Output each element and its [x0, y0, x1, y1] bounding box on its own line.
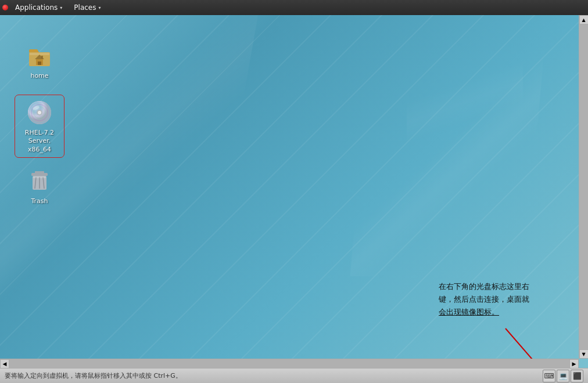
svg-rect-5 — [30, 53, 49, 55]
applications-menu[interactable]: Applications ▾ — [10, 2, 67, 13]
taskbar-icon-3[interactable]: ⬛ — [571, 370, 583, 382]
rhel-icon-img — [26, 99, 53, 127]
app-logo — [2, 5, 8, 10]
home-icon-label: home — [30, 72, 48, 80]
applications-label: Applications — [15, 3, 58, 12]
svg-rect-4 — [41, 56, 43, 59]
svg-rect-15 — [35, 171, 44, 174]
taskbar-icon-1[interactable]: ⌨ — [543, 370, 555, 382]
bottom-scrollbar: ◀ ▶ — [0, 359, 579, 368]
home-icon[interactable]: home — [16, 39, 63, 82]
menubar: Applications ▾ Places ▾ — [0, 0, 588, 15]
places-menu[interactable]: Places ▾ — [69, 2, 105, 13]
statusbar: 要将输入定向到虚拟机，请将鼠标指针移入其中或按 Ctrl+G。 ⌨ 💻 ⬛ — [0, 368, 588, 383]
statusbar-icons: ⌨ 💻 ⬛ — [543, 370, 583, 382]
streak-2 — [350, 44, 545, 276]
annotation-line-2: 键，然后点击连接，桌面就 — [439, 293, 529, 306]
annotation-text: 在右下角的光盘标志这里右 键，然后点击连接，桌面就 会出现镜像图标。 — [439, 280, 529, 319]
right-scrollbar: ▲ ▼ — [579, 15, 588, 359]
svg-rect-20 — [33, 176, 46, 178]
rhel-svg — [27, 100, 52, 125]
vscroll-track — [579, 24, 588, 349]
places-arrow: ▾ — [98, 5, 101, 10]
applications-arrow: ▾ — [60, 5, 62, 10]
trash-icon-label: Trash — [31, 197, 48, 205]
streak-3 — [407, 15, 523, 189]
rhel-icon-label: RHEL-7.2 Server. x86_64 — [19, 129, 60, 154]
svg-rect-3 — [38, 62, 41, 65]
hscroll-track — [9, 359, 569, 368]
trash-icon-img — [26, 167, 53, 195]
home-icon-img — [26, 42, 53, 70]
trash-svg — [27, 168, 52, 194]
hscroll-right[interactable]: ▶ — [569, 359, 579, 368]
trash-icon[interactable]: Trash — [16, 165, 63, 208]
vscroll-down[interactable]: ▼ — [579, 349, 589, 359]
places-label: Places — [74, 3, 96, 12]
annotation-line-1: 在右下角的光盘标志这里右 — [439, 280, 529, 293]
hscroll-left[interactable]: ◀ — [0, 359, 9, 368]
desktop: home — [0, 15, 588, 368]
home-svg — [27, 43, 52, 68]
svg-point-9 — [38, 111, 41, 114]
vscroll-up[interactable]: ▲ — [579, 15, 589, 24]
taskbar-icon-2[interactable]: 💻 — [557, 370, 569, 382]
rhel-icon[interactable]: RHEL-7.2 Server. x86_64 — [16, 96, 63, 156]
statusbar-text: 要将输入定向到虚拟机，请将鼠标指针移入其中或按 Ctrl+G。 — [5, 371, 543, 380]
annotation-line-3: 会出现镜像图标。 — [439, 306, 529, 319]
